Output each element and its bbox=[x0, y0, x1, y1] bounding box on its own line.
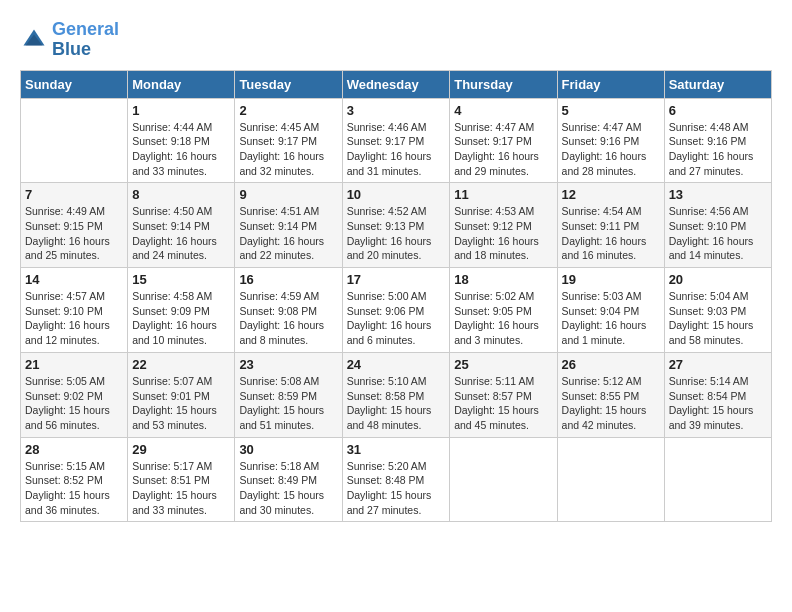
day-number: 9 bbox=[239, 187, 337, 202]
daylight-text: Daylight: 16 hours and 33 minutes. bbox=[132, 150, 217, 177]
week-row-5: 28 Sunrise: 5:15 AM Sunset: 8:52 PM Dayl… bbox=[21, 437, 772, 522]
day-number: 18 bbox=[454, 272, 552, 287]
daylight-text: Daylight: 16 hours and 16 minutes. bbox=[562, 235, 647, 262]
day-info: Sunrise: 4:58 AM Sunset: 9:09 PM Dayligh… bbox=[132, 289, 230, 348]
day-info: Sunrise: 4:46 AM Sunset: 9:17 PM Dayligh… bbox=[347, 120, 446, 179]
weekday-header-tuesday: Tuesday bbox=[235, 70, 342, 98]
sunrise-text: Sunrise: 5:14 AM bbox=[669, 375, 749, 387]
sunset-text: Sunset: 8:59 PM bbox=[239, 390, 317, 402]
weekday-header-friday: Friday bbox=[557, 70, 664, 98]
daylight-text: Daylight: 15 hours and 53 minutes. bbox=[132, 404, 217, 431]
calendar-body: 1 Sunrise: 4:44 AM Sunset: 9:18 PM Dayli… bbox=[21, 98, 772, 522]
daylight-text: Daylight: 16 hours and 1 minute. bbox=[562, 319, 647, 346]
day-info: Sunrise: 5:05 AM Sunset: 9:02 PM Dayligh… bbox=[25, 374, 123, 433]
calendar-cell: 4 Sunrise: 4:47 AM Sunset: 9:17 PM Dayli… bbox=[450, 98, 557, 183]
daylight-text: Daylight: 15 hours and 45 minutes. bbox=[454, 404, 539, 431]
sunset-text: Sunset: 8:48 PM bbox=[347, 474, 425, 486]
sunrise-text: Sunrise: 5:11 AM bbox=[454, 375, 534, 387]
daylight-text: Daylight: 15 hours and 33 minutes. bbox=[132, 489, 217, 516]
calendar-cell: 20 Sunrise: 5:04 AM Sunset: 9:03 PM Dayl… bbox=[664, 268, 771, 353]
calendar-cell: 16 Sunrise: 4:59 AM Sunset: 9:08 PM Dayl… bbox=[235, 268, 342, 353]
calendar-cell: 6 Sunrise: 4:48 AM Sunset: 9:16 PM Dayli… bbox=[664, 98, 771, 183]
weekday-header-thursday: Thursday bbox=[450, 70, 557, 98]
day-info: Sunrise: 4:47 AM Sunset: 9:16 PM Dayligh… bbox=[562, 120, 660, 179]
sunrise-text: Sunrise: 4:58 AM bbox=[132, 290, 212, 302]
day-info: Sunrise: 4:44 AM Sunset: 9:18 PM Dayligh… bbox=[132, 120, 230, 179]
day-number: 12 bbox=[562, 187, 660, 202]
week-row-1: 1 Sunrise: 4:44 AM Sunset: 9:18 PM Dayli… bbox=[21, 98, 772, 183]
day-info: Sunrise: 4:48 AM Sunset: 9:16 PM Dayligh… bbox=[669, 120, 767, 179]
day-info: Sunrise: 5:10 AM Sunset: 8:58 PM Dayligh… bbox=[347, 374, 446, 433]
sunrise-text: Sunrise: 5:02 AM bbox=[454, 290, 534, 302]
calendar-cell: 23 Sunrise: 5:08 AM Sunset: 8:59 PM Dayl… bbox=[235, 352, 342, 437]
calendar-cell bbox=[21, 98, 128, 183]
day-info: Sunrise: 4:54 AM Sunset: 9:11 PM Dayligh… bbox=[562, 204, 660, 263]
day-info: Sunrise: 4:59 AM Sunset: 9:08 PM Dayligh… bbox=[239, 289, 337, 348]
sunrise-text: Sunrise: 5:10 AM bbox=[347, 375, 427, 387]
calendar-cell: 10 Sunrise: 4:52 AM Sunset: 9:13 PM Dayl… bbox=[342, 183, 450, 268]
day-info: Sunrise: 5:03 AM Sunset: 9:04 PM Dayligh… bbox=[562, 289, 660, 348]
day-info: Sunrise: 4:50 AM Sunset: 9:14 PM Dayligh… bbox=[132, 204, 230, 263]
sunrise-text: Sunrise: 4:44 AM bbox=[132, 121, 212, 133]
calendar-cell: 30 Sunrise: 5:18 AM Sunset: 8:49 PM Dayl… bbox=[235, 437, 342, 522]
day-info: Sunrise: 5:07 AM Sunset: 9:01 PM Dayligh… bbox=[132, 374, 230, 433]
sunrise-text: Sunrise: 4:56 AM bbox=[669, 205, 749, 217]
day-number: 17 bbox=[347, 272, 446, 287]
daylight-text: Daylight: 16 hours and 27 minutes. bbox=[669, 150, 754, 177]
sunrise-text: Sunrise: 4:47 AM bbox=[562, 121, 642, 133]
sunrise-text: Sunrise: 4:48 AM bbox=[669, 121, 749, 133]
sunrise-text: Sunrise: 4:49 AM bbox=[25, 205, 105, 217]
sunset-text: Sunset: 8:52 PM bbox=[25, 474, 103, 486]
sunset-text: Sunset: 9:17 PM bbox=[454, 135, 532, 147]
day-info: Sunrise: 4:53 AM Sunset: 9:12 PM Dayligh… bbox=[454, 204, 552, 263]
sunset-text: Sunset: 9:06 PM bbox=[347, 305, 425, 317]
sunset-text: Sunset: 8:58 PM bbox=[347, 390, 425, 402]
sunrise-text: Sunrise: 5:20 AM bbox=[347, 460, 427, 472]
daylight-text: Daylight: 15 hours and 51 minutes. bbox=[239, 404, 324, 431]
day-number: 10 bbox=[347, 187, 446, 202]
day-number: 21 bbox=[25, 357, 123, 372]
day-number: 14 bbox=[25, 272, 123, 287]
daylight-text: Daylight: 16 hours and 20 minutes. bbox=[347, 235, 432, 262]
day-info: Sunrise: 5:17 AM Sunset: 8:51 PM Dayligh… bbox=[132, 459, 230, 518]
day-number: 15 bbox=[132, 272, 230, 287]
daylight-text: Daylight: 16 hours and 29 minutes. bbox=[454, 150, 539, 177]
calendar-cell: 11 Sunrise: 4:53 AM Sunset: 9:12 PM Dayl… bbox=[450, 183, 557, 268]
sunset-text: Sunset: 8:49 PM bbox=[239, 474, 317, 486]
sunrise-text: Sunrise: 5:04 AM bbox=[669, 290, 749, 302]
sunset-text: Sunset: 9:10 PM bbox=[669, 220, 747, 232]
sunrise-text: Sunrise: 4:45 AM bbox=[239, 121, 319, 133]
day-info: Sunrise: 4:51 AM Sunset: 9:14 PM Dayligh… bbox=[239, 204, 337, 263]
daylight-text: Daylight: 15 hours and 48 minutes. bbox=[347, 404, 432, 431]
sunset-text: Sunset: 9:13 PM bbox=[347, 220, 425, 232]
week-row-4: 21 Sunrise: 5:05 AM Sunset: 9:02 PM Dayl… bbox=[21, 352, 772, 437]
day-number: 24 bbox=[347, 357, 446, 372]
sunset-text: Sunset: 9:02 PM bbox=[25, 390, 103, 402]
sunset-text: Sunset: 9:18 PM bbox=[132, 135, 210, 147]
calendar-cell: 27 Sunrise: 5:14 AM Sunset: 8:54 PM Dayl… bbox=[664, 352, 771, 437]
sunset-text: Sunset: 9:09 PM bbox=[132, 305, 210, 317]
sunset-text: Sunset: 9:17 PM bbox=[239, 135, 317, 147]
daylight-text: Daylight: 16 hours and 3 minutes. bbox=[454, 319, 539, 346]
day-number: 16 bbox=[239, 272, 337, 287]
day-info: Sunrise: 5:02 AM Sunset: 9:05 PM Dayligh… bbox=[454, 289, 552, 348]
sunset-text: Sunset: 9:05 PM bbox=[454, 305, 532, 317]
calendar-cell: 17 Sunrise: 5:00 AM Sunset: 9:06 PM Dayl… bbox=[342, 268, 450, 353]
daylight-text: Daylight: 15 hours and 27 minutes. bbox=[347, 489, 432, 516]
day-number: 5 bbox=[562, 103, 660, 118]
calendar-cell: 5 Sunrise: 4:47 AM Sunset: 9:16 PM Dayli… bbox=[557, 98, 664, 183]
daylight-text: Daylight: 16 hours and 10 minutes. bbox=[132, 319, 217, 346]
calendar-cell: 22 Sunrise: 5:07 AM Sunset: 9:01 PM Dayl… bbox=[128, 352, 235, 437]
sunrise-text: Sunrise: 5:00 AM bbox=[347, 290, 427, 302]
day-info: Sunrise: 5:15 AM Sunset: 8:52 PM Dayligh… bbox=[25, 459, 123, 518]
day-info: Sunrise: 5:20 AM Sunset: 8:48 PM Dayligh… bbox=[347, 459, 446, 518]
daylight-text: Daylight: 16 hours and 25 minutes. bbox=[25, 235, 110, 262]
day-number: 8 bbox=[132, 187, 230, 202]
sunrise-text: Sunrise: 5:17 AM bbox=[132, 460, 212, 472]
calendar-cell: 15 Sunrise: 4:58 AM Sunset: 9:09 PM Dayl… bbox=[128, 268, 235, 353]
sunset-text: Sunset: 8:55 PM bbox=[562, 390, 640, 402]
calendar-cell: 24 Sunrise: 5:10 AM Sunset: 8:58 PM Dayl… bbox=[342, 352, 450, 437]
sunset-text: Sunset: 9:01 PM bbox=[132, 390, 210, 402]
daylight-text: Daylight: 16 hours and 31 minutes. bbox=[347, 150, 432, 177]
day-number: 27 bbox=[669, 357, 767, 372]
